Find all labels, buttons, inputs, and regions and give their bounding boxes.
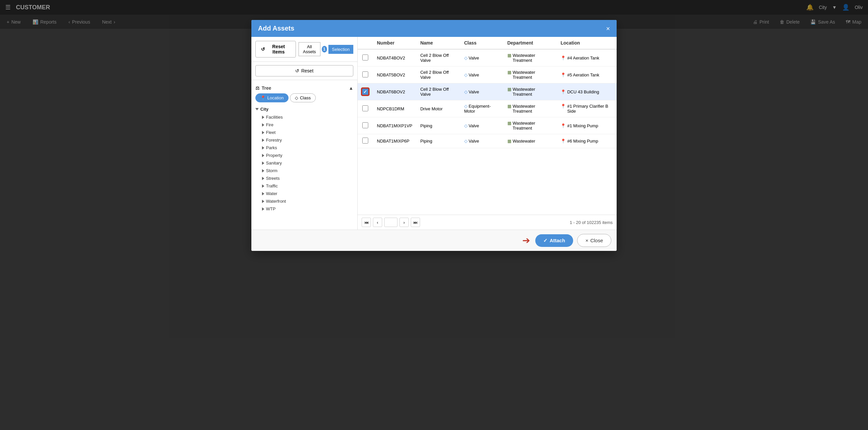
modal-header: Add Assets × [251, 20, 617, 29]
modal-overlay: Add Assets × ↺ Reset Items All Assets 1 … [0, 0, 868, 29]
add-assets-modal: Add Assets × ↺ Reset Items All Assets 1 … [251, 20, 617, 29]
modal-title: Add Assets [258, 25, 294, 29]
modal-close-button[interactable]: × [606, 25, 610, 30]
